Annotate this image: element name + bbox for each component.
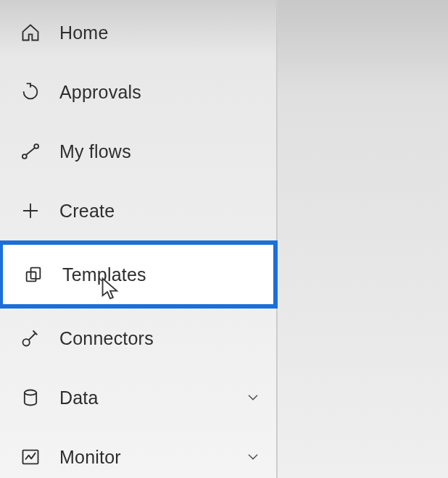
sidebar-item-monitor[interactable]: Monitor — [0, 427, 276, 478]
chevron-down-icon — [243, 387, 263, 408]
data-icon — [19, 386, 42, 409]
svg-point-5 — [25, 390, 36, 395]
svg-point-4 — [23, 339, 30, 345]
templates-icon — [22, 263, 45, 286]
sidebar-item-label: My flows — [59, 141, 131, 162]
plus-icon — [19, 199, 42, 222]
home-icon — [19, 21, 42, 44]
sidebar-nav: Home Approvals My flows Create — [0, 0, 277, 478]
sidebar-item-label: Home — [59, 22, 109, 43]
sidebar-item-data[interactable]: Data — [0, 368, 276, 427]
sidebar-item-my-flows[interactable]: My flows — [0, 122, 276, 181]
main-content-area — [277, 0, 448, 478]
approvals-icon — [19, 80, 42, 104]
sidebar-item-connectors[interactable]: Connectors — [0, 309, 276, 368]
monitor-icon — [19, 445, 42, 469]
svg-point-0 — [22, 154, 27, 159]
sidebar-item-templates[interactable]: Templates — [0, 240, 278, 309]
sidebar-item-label: Data — [59, 387, 99, 408]
svg-point-1 — [34, 144, 38, 148]
chevron-down-icon — [243, 447, 263, 467]
connectors-icon — [19, 327, 42, 350]
sidebar-item-label: Templates — [62, 264, 146, 285]
sidebar-item-label: Approvals — [59, 82, 141, 103]
sidebar-item-approvals[interactable]: Approvals — [0, 62, 276, 122]
sidebar-item-label: Monitor — [59, 447, 121, 468]
sidebar-item-create[interactable]: Create — [0, 181, 276, 240]
sidebar-item-home[interactable]: Home — [0, 3, 276, 62]
flows-icon — [19, 140, 42, 163]
sidebar-item-label: Connectors — [59, 328, 154, 349]
sidebar-item-label: Create — [59, 201, 115, 222]
